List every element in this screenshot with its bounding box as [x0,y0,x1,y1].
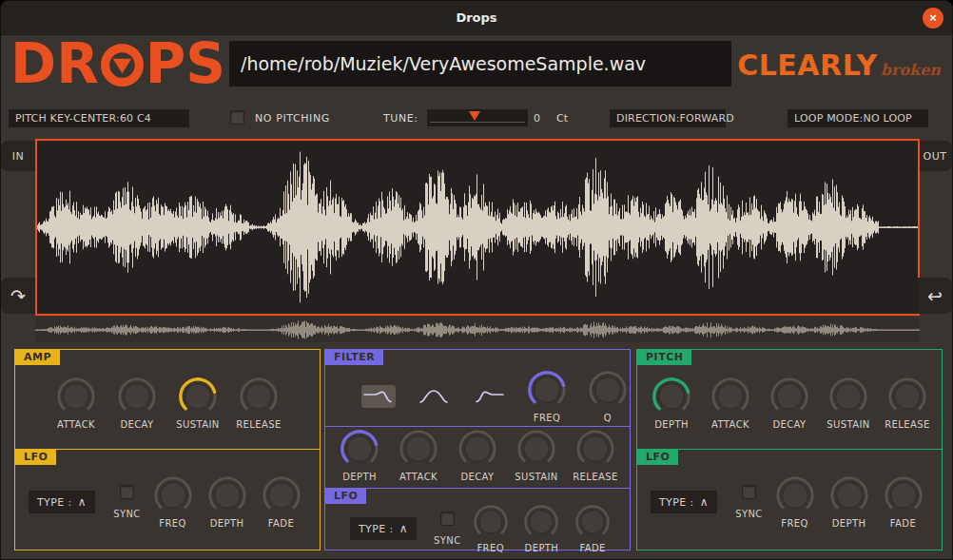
amp-lfo-type-select[interactable]: TYPE : ∧ [29,491,95,513]
amp-attack-knob[interactable]: ATTACK [46,377,107,430]
knob-label: Q [604,413,612,423]
loop-mode-control[interactable]: LOOP MODE:NO LOOP [788,109,928,127]
pitch-key-center-control[interactable]: PITCH KEY-CENTER:60 C4 [9,109,189,127]
knob-label: FREQ [476,543,504,553]
knob-label: FADE [890,518,916,529]
knob-dial-icon [574,504,611,540]
pitch-lfo-type-select[interactable]: TYPE : ∧ [651,491,717,513]
brand-name: CLEARLY [737,48,878,82]
knob-label: DECAY [120,419,153,430]
pitch-attack-knob[interactable]: ATTACK [701,377,760,430]
lfo-type-label: TYPE : [659,496,694,509]
pitch-sustain-knob[interactable]: SUSTAIN [819,377,878,430]
knob-label: RELEASE [573,472,617,482]
amp-lfo-freq-knob[interactable]: FREQ [146,475,200,529]
filter-type-lowpass-button[interactable] [361,385,396,408]
pitch-lfo-sync-unit: SYNC [730,485,768,519]
knob-dial-icon [457,429,497,469]
file-path-field[interactable]: /home/rob/Muziek/VeryAwesomeSample.wav [229,41,731,87]
amp-release-knob[interactable]: RELEASE [228,377,289,430]
redo-button[interactable]: ↷ [1,278,35,314]
lfo-type-label: TYPE : [359,523,394,535]
knob-label: DEPTH [654,419,689,430]
filter-attack-knob[interactable]: ATTACK [389,429,448,482]
amp-divider [15,449,320,450]
close-icon: × [929,8,937,29]
pitch-lfo-depth-knob[interactable]: DEPTH [822,475,876,529]
no-pitching-checkbox[interactable] [230,110,244,125]
waveform-canvas[interactable] [37,141,918,314]
amp-lfo-row: TYPE : ∧ SYNC FREQ DEPTH FADE [15,465,320,550]
amp-panel: AMP ATTACK DECAY SUSTAIN RELEASE LFO [14,349,321,550]
knob-dial-icon [527,370,567,410]
knob-dial-icon [652,377,691,416]
pitch-lfo-fade-knob[interactable]: FADE [876,475,930,529]
knob-label: DEPTH [525,543,559,553]
filter-lfo-freq-knob[interactable]: FREQ [465,504,516,553]
filter-lfo-depth-knob[interactable]: DEPTH [516,504,568,553]
tune-slider[interactable] [427,109,528,126]
filter-lfo-sync-checkbox[interactable] [440,512,455,526]
knob-label: DEPTH [342,472,377,482]
highpass-curve-icon [473,387,505,406]
pitch-decay-knob[interactable]: DECAY [760,377,819,430]
filter-lfo-type-select[interactable]: TYPE : ∧ [350,517,417,540]
app-window: Drops × DR PS /home/rob/Muziek/VeryAweso… [0,0,953,560]
knob-dial-icon [828,377,868,416]
knob-dial-icon [340,429,379,469]
filter-type-bandpass-button[interactable] [417,385,451,408]
pitch-panel: PITCH DEPTH ATTACK DECAY SUSTAIN RELEASE [636,349,943,550]
pitch-lfo-sync-checkbox[interactable] [742,485,756,499]
pitch-lfo-freq-knob[interactable]: FREQ [768,475,822,529]
knob-dial-icon [239,377,279,416]
knob-dial-icon [588,370,628,410]
waveform-overview[interactable] [35,318,920,342]
sample-in-marker[interactable]: IN [1,141,35,171]
pitch-lfo-row: TYPE : ∧ SYNC FREQ DEPTH FADE [637,465,942,550]
waveform-overview-canvas[interactable] [35,318,920,342]
pitch-release-knob[interactable]: RELEASE [878,377,937,430]
tune-value: 0 [534,112,540,125]
brand-logo: CLEARLYbroken [737,48,941,82]
pitch-depth-knob[interactable]: DEPTH [642,377,701,430]
knob-dial-icon [516,429,556,469]
knob-label: RELEASE [885,419,929,430]
knob-label: FREQ [781,518,808,529]
filter-lfo-tag: LFO [325,489,366,504]
amp-lfo-depth-knob[interactable]: DEPTH [200,475,254,529]
filter-q-knob[interactable]: Q [588,370,628,423]
sync-label: SYNC [434,535,461,546]
filter-lfo-fade-knob[interactable]: FADE [567,504,618,553]
app-logo: DR PS [10,38,225,89]
knob-label: DECAY [772,419,806,430]
amp-lfo-sync-checkbox[interactable] [120,485,134,499]
filter-release-knob[interactable]: RELEASE [566,429,625,482]
knob-dial-icon [710,377,750,416]
waveform-display[interactable] [35,139,920,316]
pitch-lfo-tag: LFO [637,450,678,465]
filter-decay-knob[interactable]: DECAY [448,429,507,482]
return-button[interactable]: ↩ [918,278,952,314]
tune-slider-thumb[interactable] [469,111,480,121]
filter-depth-knob[interactable]: DEPTH [330,429,389,482]
direction-control[interactable]: DIRECTION:FORWARD [610,109,726,127]
knob-dial-icon [207,475,247,515]
amp-decay-knob[interactable]: DECAY [107,377,167,430]
knob-dial-icon [575,429,615,469]
amp-sustain-knob[interactable]: SUSTAIN [167,377,228,430]
amp-lfo-fade-knob[interactable]: FADE [254,475,308,529]
filter-sustain-knob[interactable]: SUSTAIN [507,429,566,482]
knob-dial-icon [262,475,301,515]
triangle-wave-icon: ∧ [399,522,408,535]
filter-panel-tag: FILTER [325,350,383,365]
amp-lfo-sync-unit: SYNC [108,485,146,519]
filter-type-highpass-button[interactable] [472,385,506,408]
pitch-divider [637,449,942,450]
sample-out-marker[interactable]: OUT [918,141,952,171]
knob-label: RELEASE [236,419,281,430]
sync-label: SYNC [113,509,141,519]
knob-dial-icon [884,475,924,515]
knob-dial-icon [769,377,809,416]
close-button[interactable]: × [923,8,943,29]
filter-freq-knob[interactable]: FREQ [527,370,567,423]
